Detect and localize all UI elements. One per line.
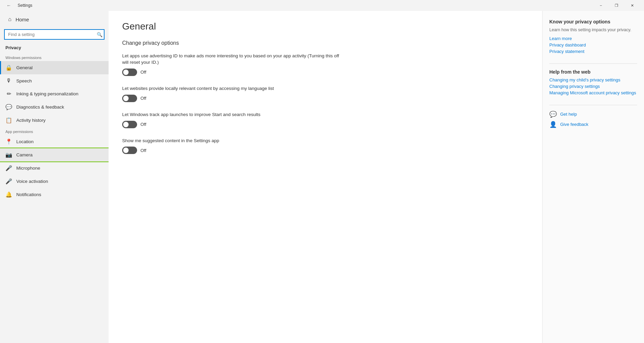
setting-language-desc: Let websites provide locally relevant co… [122,85,339,92]
diagnostics-icon: 💬 [5,104,12,110]
toggle-suggested-label: Off [140,148,146,153]
window-controls: − ❐ ✕ [593,0,640,11]
privacy-statement-link[interactable]: Privacy statement [549,49,637,54]
setting-suggested: Show me suggested content in the Setting… [122,138,529,154]
sidebar: ⌂ Home 🔍 Privacy Windows permissions 🔒 G… [0,11,109,343]
sidebar-item-location[interactable]: 📍 Location [0,135,109,148]
close-button[interactable]: ✕ [624,0,640,11]
setting-app-launches-toggle-row: Off [122,121,529,128]
setting-app-launches: Let Windows track app launches to improv… [122,112,529,128]
sidebar-item-camera[interactable]: 📷 Camera [0,148,109,161]
main-content: General Change privacy options Let apps … [109,11,542,343]
back-button[interactable]: ← [4,1,14,10]
voice-icon: 🎤 [5,178,12,185]
speech-label: Speech [16,78,103,83]
setting-language: Let websites provide locally relevant co… [122,85,529,102]
get-help-icon: 💬 [549,111,557,118]
diagnostics-label: Diagnostics & feedback [16,104,103,110]
sidebar-item-general[interactable]: 🔒 General [0,61,109,74]
toggle-app-launches-label: Off [140,122,146,127]
search-input[interactable] [4,29,105,40]
active-indicator [0,61,1,74]
page-title: General [122,21,529,32]
help-web-heading: Help from the web [549,69,637,75]
manage-ms-account-link[interactable]: Managing Microsoft account privacy setti… [549,90,637,95]
setting-suggested-toggle-row: Off [122,147,529,154]
home-icon: ⌂ [8,16,12,22]
setting-ad-id-toggle-row: Off [122,69,529,76]
sidebar-home-item[interactable]: ⌂ Home [3,12,106,26]
setting-language-toggle-row: Off [122,95,529,102]
app-permissions-label: App permissions [0,127,109,135]
get-help-link[interactable]: Get help [560,112,577,117]
learn-more-link[interactable]: Learn more [549,36,637,41]
general-icon: 🔒 [5,64,12,71]
panel-divider-2 [549,105,637,105]
search-box: 🔍 [4,29,105,40]
activity-label: Activity history [16,118,103,123]
camera-icon: 📷 [5,152,12,158]
notifications-icon: 🔔 [5,191,12,198]
setting-ad-id: Let apps use advertising ID to make ads … [122,53,529,76]
section-title: Change privacy options [122,40,529,46]
toggle-language[interactable] [122,95,137,102]
toggle-app-launches[interactable] [122,121,137,128]
minimize-button[interactable]: − [593,0,609,11]
sidebar-item-activity[interactable]: 📋 Activity history [0,114,109,127]
microphone-label: Microphone [16,166,103,171]
location-label: Location [16,139,103,144]
give-feedback-link[interactable]: Give feedback [560,122,588,127]
toggle-suggested[interactable] [122,147,137,154]
toggle-language-label: Off [140,96,146,101]
camera-label: Camera [16,152,103,157]
toggle-ad-id[interactable] [122,69,137,76]
speech-icon: 🎙 [5,78,12,84]
sidebar-item-voice[interactable]: 🎤 Voice activation [0,175,109,188]
microphone-icon: 🎤 [5,165,12,171]
sidebar-item-inking[interactable]: ✏ Inking & typing personalization [0,87,109,100]
home-label: Home [16,17,29,22]
inking-icon: ✏ [5,91,12,97]
windows-permissions-label: Windows permissions [0,53,109,61]
know-privacy-heading: Know your privacy options [549,19,637,24]
toggle-ad-id-label: Off [140,70,146,75]
title-bar-controls: ← [4,1,14,10]
notifications-label: Notifications [16,192,103,197]
inking-label: Inking & typing personalization [16,91,103,96]
activity-icon: 📋 [5,117,12,123]
privacy-label: Privacy [0,44,109,53]
sidebar-item-speech[interactable]: 🎙 Speech [0,74,109,87]
right-panel: Know your privacy options Learn how this… [542,11,644,343]
get-help-item[interactable]: 💬 Get help [549,111,637,118]
general-label: General [16,65,103,70]
setting-suggested-desc: Show me suggested content in the Setting… [122,138,339,144]
panel-divider-1 [549,63,637,64]
setting-ad-id-desc: Let apps use advertising ID to make ads … [122,53,339,66]
child-privacy-link[interactable]: Changing my child's privacy settings [549,77,637,82]
give-feedback-item[interactable]: 👤 Give feedback [549,121,637,128]
sidebar-item-diagnostics[interactable]: 💬 Diagnostics & feedback [0,100,109,114]
know-privacy-section: Know your privacy options Learn how this… [549,19,637,54]
title-bar-title: Settings [18,3,593,8]
privacy-dashboard-link[interactable]: Privacy dashboard [549,42,637,47]
app-body: ⌂ Home 🔍 Privacy Windows permissions 🔒 G… [0,11,644,343]
sidebar-item-microphone[interactable]: 🎤 Microphone [0,161,109,175]
change-privacy-link[interactable]: Changing privacy settings [549,84,637,89]
give-feedback-icon: 👤 [549,121,557,128]
help-web-section: Help from the web Changing my child's pr… [549,69,637,95]
sidebar-item-notifications[interactable]: 🔔 Notifications [0,188,109,201]
location-icon: 📍 [5,138,12,145]
search-button[interactable]: 🔍 [97,32,102,37]
know-privacy-desc: Learn how this setting impacts your priv… [549,27,637,33]
title-bar: ← Settings − ❐ ✕ [0,0,644,11]
setting-app-launches-desc: Let Windows track app launches to improv… [122,112,339,118]
voice-label: Voice activation [16,179,103,184]
restore-button[interactable]: ❐ [609,0,624,11]
